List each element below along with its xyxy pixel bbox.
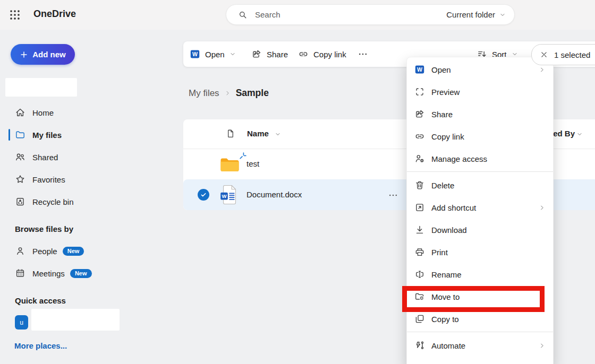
chevron-down-icon	[230, 51, 236, 57]
breadcrumb: My files Sample	[189, 88, 269, 99]
context-menu-item[interactable]: Delete	[407, 174, 553, 196]
new-badge: New	[63, 247, 84, 256]
open-button[interactable]: W Open	[190, 41, 236, 67]
home-icon	[15, 107, 26, 118]
download-icon	[414, 224, 425, 235]
row-more-actions-icon[interactable]	[388, 190, 398, 201]
context-menu-item[interactable]: Rename	[407, 263, 553, 285]
share-icon	[414, 109, 425, 119]
breadcrumb-current: Sample	[236, 88, 269, 99]
selection-count: 1 selected	[554, 50, 590, 59]
sidebar-item-shared[interactable]: Shared	[0, 146, 159, 168]
search-scope-label: Current folder	[446, 10, 495, 19]
app-launcher-icon[interactable]	[8, 8, 21, 21]
manage-access-icon	[414, 153, 425, 164]
star-icon	[15, 174, 26, 185]
app-title: OneDrive	[33, 8, 76, 20]
people-icon	[15, 152, 26, 162]
chevron-down-icon	[275, 131, 281, 137]
selection-pill: 1 selected	[531, 44, 595, 65]
search-input[interactable]	[254, 10, 405, 20]
copy-to-icon	[414, 314, 425, 324]
sidebar-item-recycle-bin[interactable]: Recycle bin	[0, 190, 159, 213]
new-badge: New	[70, 269, 92, 278]
context-menu: W Open Preview Share Copy link Manage ac…	[406, 57, 554, 364]
chevron-down-icon	[576, 131, 583, 137]
svg-text:W: W	[192, 51, 198, 57]
trash-icon	[414, 180, 425, 190]
document-type-icon[interactable]	[226, 128, 235, 139]
calendar-icon	[15, 268, 26, 279]
more-commands-button[interactable]	[358, 41, 368, 67]
quick-access-heading: Quick access	[15, 296, 66, 305]
search-icon	[238, 10, 248, 20]
menu-divider	[407, 332, 553, 332]
ellipsis-icon	[358, 49, 368, 59]
folder-yellow-icon	[220, 157, 239, 172]
chevron-right-icon	[539, 66, 546, 73]
annotation-highlight-box	[402, 286, 545, 312]
chevron-down-icon	[499, 12, 506, 18]
selected-check-icon[interactable]	[198, 189, 209, 201]
browse-files-by-heading: Browse files by	[15, 224, 73, 233]
selected-indicator	[8, 129, 10, 141]
svg-text:W: W	[417, 66, 422, 73]
sidebar-item-home[interactable]: Home	[0, 101, 159, 124]
chevron-right-icon	[539, 342, 546, 349]
folder-icon	[15, 129, 26, 140]
svg-text:W: W	[222, 193, 227, 199]
add-new-button[interactable]: Add new	[11, 44, 75, 65]
sidebar-item-favorites[interactable]: Favorites	[0, 168, 159, 190]
context-menu-item[interactable]: W Open	[407, 58, 553, 81]
sidebar-item-my-files[interactable]: My files	[0, 124, 159, 146]
search-scope-selector[interactable]: Current folder	[446, 10, 506, 19]
printer-icon	[414, 247, 425, 257]
copy-link-button[interactable]: Copy link	[298, 41, 346, 67]
new-item-sparkle-icon	[240, 152, 246, 159]
file-name: test	[246, 159, 259, 168]
chevron-right-icon	[225, 90, 231, 96]
context-menu-item[interactable]: Preview	[407, 81, 553, 103]
redacted-area	[5, 78, 77, 97]
search-bar[interactable]: Current folder	[226, 4, 515, 25]
automate-icon	[414, 340, 425, 351]
more-places-link[interactable]: More places...	[14, 341, 67, 350]
quick-access-site-tile[interactable]: u	[15, 315, 28, 330]
sidebar-item-meetings[interactable]: Meetings New	[0, 262, 159, 284]
plus-icon	[20, 50, 28, 59]
chevron-right-icon	[539, 204, 546, 211]
close-icon[interactable]	[540, 50, 548, 59]
word-icon: W	[414, 64, 425, 75]
word-document-icon: W	[220, 185, 237, 205]
share-button[interactable]: Share	[251, 41, 288, 67]
file-name: Document.docx	[246, 190, 302, 199]
recycle-bin-icon	[15, 196, 26, 207]
preview-icon	[414, 86, 425, 97]
rename-icon	[414, 269, 425, 280]
context-menu-item[interactable]: Print	[407, 241, 553, 263]
add-shortcut-icon	[414, 202, 425, 213]
breadcrumb-parent[interactable]: My files	[189, 88, 219, 99]
person-icon	[15, 246, 26, 256]
context-menu-item[interactable]: Download	[407, 219, 553, 241]
column-header-name[interactable]: Name	[247, 129, 269, 138]
context-menu-item[interactable]: Manage access	[407, 148, 553, 170]
share-icon	[251, 49, 262, 59]
link-icon	[298, 49, 309, 59]
context-menu-item[interactable]: Automate	[407, 334, 553, 357]
context-menu-item[interactable]: Add shortcut	[407, 196, 553, 219]
word-icon: W	[190, 49, 200, 59]
menu-divider	[407, 171, 553, 172]
add-new-label: Add new	[32, 50, 66, 59]
context-menu-item[interactable]: Share	[407, 103, 553, 125]
context-menu-item[interactable]: Copy link	[407, 125, 553, 148]
sidebar-item-people[interactable]: People New	[0, 240, 159, 262]
redacted-area	[31, 309, 120, 331]
link-icon	[414, 131, 425, 142]
